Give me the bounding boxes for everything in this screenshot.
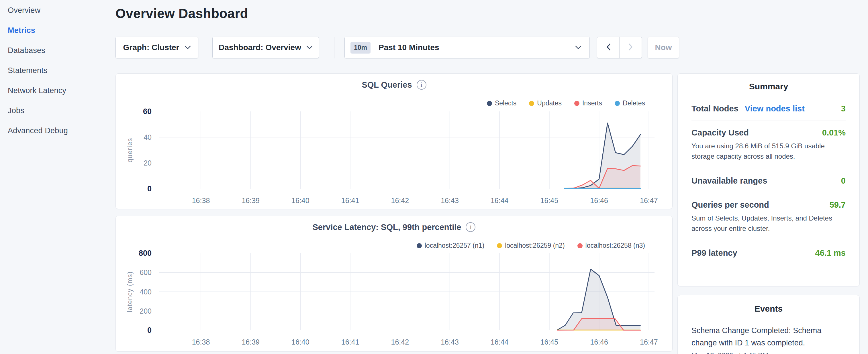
sidebar-item-statements[interactable]: Statements (8, 66, 111, 74)
events-panel: Events Schema Change Completed: Schema c… (677, 295, 860, 354)
svg-text:200: 200 (140, 307, 152, 315)
svg-text:16:39: 16:39 (242, 196, 260, 204)
time-range-selector[interactable]: 10m Past 10 Minutes (344, 37, 590, 58)
svg-text:16:47: 16:47 (640, 338, 658, 346)
dashboard-dropdown[interactable]: Dashboard: Overview (212, 37, 319, 58)
svg-text:16:42: 16:42 (391, 338, 409, 346)
svg-text:16:47: 16:47 (640, 196, 658, 204)
total-nodes-value: 3 (841, 104, 846, 114)
capacity-used-description: You are using 28.6 MiB of 515.9 GiB usab… (691, 141, 846, 162)
svg-text:16:38: 16:38 (192, 196, 210, 204)
now-button[interactable]: Now (648, 37, 679, 58)
divider (691, 169, 846, 169)
p99-latency-label: P99 latency (691, 248, 737, 258)
queries-per-second-description: Sum of Selects, Updates, Inserts, and De… (691, 213, 846, 234)
queries-per-second-value: 59.7 (830, 200, 846, 210)
svg-text:16:39: 16:39 (242, 338, 260, 346)
summary-title: Summary (691, 82, 846, 91)
summary-row-unavailable-ranges: Unavailable ranges 0 (691, 176, 846, 186)
divider (691, 121, 846, 121)
time-step-buttons (597, 37, 642, 58)
summary-row-p99-latency: P99 latency 46.1 ms (691, 248, 846, 258)
graph-scope-dropdown-label: Graph: Cluster (123, 43, 179, 52)
dashboard-dropdown-label: Dashboard: Overview (219, 43, 301, 52)
divider (691, 193, 846, 193)
now-button-label: Now (655, 43, 672, 52)
chevron-right-icon (628, 43, 633, 52)
chevron-down-icon (575, 45, 582, 50)
svg-text:16:43: 16:43 (441, 338, 459, 346)
svg-text:16:41: 16:41 (341, 196, 359, 204)
total-nodes-label: Total Nodes (691, 104, 739, 114)
svg-text:20: 20 (144, 159, 152, 167)
capacity-used-value: 0.01% (822, 128, 846, 137)
sidebar-item-databases[interactable]: Databases (8, 46, 111, 55)
sidebar-item-jobs[interactable]: Jobs (8, 106, 111, 115)
page-title: Overview Dashboard (116, 6, 248, 21)
svg-text:16:43: 16:43 (441, 196, 459, 204)
svg-text:400: 400 (140, 288, 152, 296)
queries-per-second-label: Queries per second (691, 200, 769, 210)
svg-text:16:41: 16:41 (341, 338, 359, 346)
svg-text:16:45: 16:45 (540, 196, 559, 204)
graph-scope-dropdown[interactable]: Graph: Cluster (116, 37, 198, 58)
svg-text:16:44: 16:44 (491, 338, 509, 346)
svg-text:16:44: 16:44 (491, 196, 509, 204)
svg-text:60: 60 (143, 107, 152, 116)
event-list-item: Schema Change Completed: Schema change w… (691, 324, 846, 354)
chevron-left-icon (606, 43, 611, 52)
svg-text:16:46: 16:46 (590, 338, 608, 346)
sidebar-item-metrics[interactable]: Metrics (8, 26, 111, 34)
chevron-down-icon (185, 45, 191, 50)
event-message: Schema Change Completed: Schema change w… (691, 324, 829, 349)
p99-latency-value: 46.1 ms (815, 248, 846, 258)
svg-text:600: 600 (140, 268, 152, 277)
summary-row-queries-per-second: Queries per second 59.7 (691, 200, 846, 210)
time-window-badge: 10m (350, 42, 371, 54)
sql-queries-chart[interactable]: 020406016:3816:3916:4016:4116:4216:4316:… (116, 74, 672, 209)
sidebar-item-network-latency[interactable]: Network Latency (8, 87, 111, 95)
time-step-forward-button[interactable] (619, 37, 642, 58)
sidebar: Overview Metrics Databases Statements Ne… (8, 6, 111, 147)
summary-panel: Summary Total Nodes View nodes list 3 Ca… (677, 73, 860, 286)
sql-queries-chart-card: SQL Queries i SelectsUpdatesInsertsDelet… (116, 73, 673, 209)
unavailable-ranges-label: Unavailable ranges (691, 176, 767, 186)
events-title: Events (691, 304, 846, 314)
summary-row-capacity-used: Capacity Used 0.01% (691, 128, 846, 137)
chevron-down-icon (306, 45, 313, 50)
event-timestamp: May 13, 2020 at 4:45 PM (691, 351, 846, 354)
svg-text:40: 40 (144, 133, 152, 141)
svg-text:0: 0 (147, 185, 152, 193)
svg-text:16:40: 16:40 (291, 338, 309, 346)
unavailable-ranges-value: 0 (841, 176, 846, 186)
svg-text:16:46: 16:46 (590, 196, 608, 204)
time-step-back-button[interactable] (597, 37, 619, 58)
view-nodes-list-link[interactable]: View nodes list (745, 104, 805, 114)
service-latency-chart-card: Service Latency: SQL, 99th percentile i … (116, 216, 673, 352)
svg-text:16:45: 16:45 (540, 338, 559, 346)
sidebar-item-overview[interactable]: Overview (8, 6, 111, 14)
service-latency-chart[interactable]: 020040060080016:3816:3916:4016:4116:4216… (116, 216, 672, 351)
dashboard-controls: Graph: Cluster Dashboard: Overview 10m P… (116, 37, 679, 58)
svg-text:16:40: 16:40 (291, 196, 309, 204)
time-window-label: Past 10 Minutes (378, 43, 570, 52)
sidebar-item-advanced-debug[interactable]: Advanced Debug (8, 127, 111, 135)
svg-text:800: 800 (139, 249, 152, 257)
summary-row-total-nodes: Total Nodes View nodes list 3 (691, 104, 846, 114)
svg-text:16:38: 16:38 (192, 338, 210, 346)
svg-text:0: 0 (147, 326, 152, 334)
svg-text:16:42: 16:42 (391, 196, 409, 204)
capacity-used-label: Capacity Used (691, 128, 749, 137)
divider (691, 241, 846, 241)
